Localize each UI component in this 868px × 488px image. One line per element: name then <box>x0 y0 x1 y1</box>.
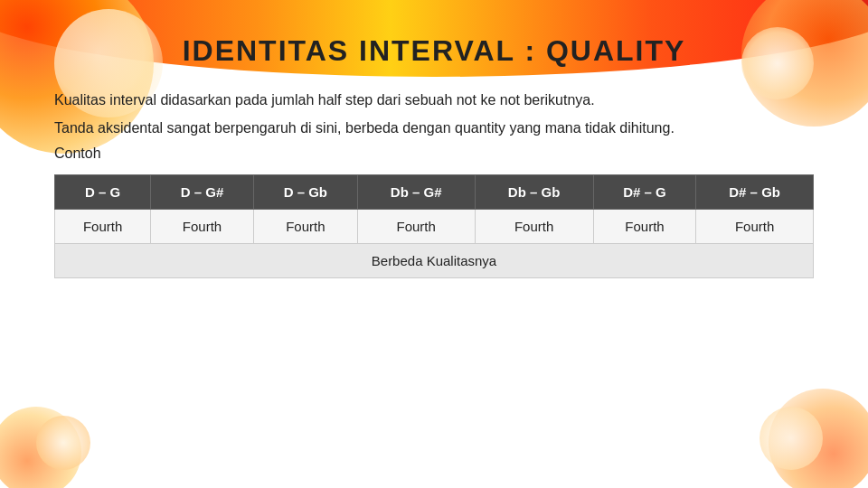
col-header-1: D – G# <box>151 174 254 209</box>
col-header-3: Db – G# <box>357 174 475 209</box>
table-footer-text: Berbeda Kualitasnya <box>55 243 814 277</box>
cell-0-4: Fourth <box>475 209 593 243</box>
contoh-label: Contoh <box>54 145 814 162</box>
cell-0-1: Fourth <box>151 209 254 243</box>
table-footer-row: Berbeda Kualitasnya <box>55 243 814 277</box>
blob-bottom-right <box>769 389 868 488</box>
slide-title: IDENTITAS INTERVAL : QUALITY <box>54 34 814 68</box>
paragraph-2: Tanda aksidental sangat berpengaruh di s… <box>54 117 814 140</box>
blob-bottom-left <box>0 407 81 488</box>
cell-0-0: Fourth <box>55 209 151 243</box>
table-header-row: D – G D – G# D – Gb Db – G# Db – Gb D# –… <box>55 174 814 209</box>
col-header-6: D# – Gb <box>696 174 814 209</box>
col-header-2: D – Gb <box>253 174 357 209</box>
cell-0-5: Fourth <box>593 209 696 243</box>
paragraph-1: Kualitas interval didasarkan pada jumlah… <box>54 89 814 112</box>
col-header-0: D – G <box>55 174 151 209</box>
cell-0-3: Fourth <box>357 209 475 243</box>
table-row-1: Fourth Fourth Fourth Fourth Fourth Fourt… <box>55 209 814 243</box>
cell-0-6: Fourth <box>696 209 814 243</box>
blob-bottom-left-inner <box>36 416 90 470</box>
slide-content: IDENTITAS INTERVAL : QUALITY Kualitas in… <box>0 0 868 296</box>
blob-bottom-right-inner <box>760 407 823 470</box>
col-header-4: Db – Gb <box>475 174 593 209</box>
col-header-5: D# – G <box>593 174 696 209</box>
cell-0-2: Fourth <box>253 209 357 243</box>
interval-table: D – G D – G# D – Gb Db – G# Db – Gb D# –… <box>54 174 814 278</box>
